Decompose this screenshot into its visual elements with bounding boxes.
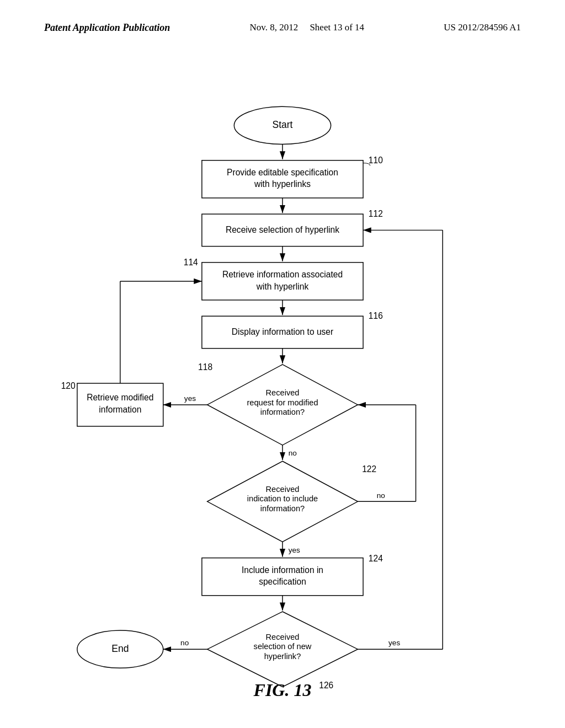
label-118: 118 [198, 362, 212, 372]
flowchart-container: Start Provide editable specification wit… [0, 72, 565, 695]
svg-text:request for modified: request for modified [247, 398, 318, 407]
node-124-text: Include information in [242, 565, 323, 575]
svg-text:Received: Received [266, 485, 300, 494]
node-116-text: Display information to user [232, 327, 333, 336]
label-yes-118: yes [184, 394, 196, 403]
svg-text:Received: Received [266, 388, 300, 397]
svg-text:specification: specification [259, 577, 306, 586]
node-112-text: Receive selection of hyperlink [226, 225, 339, 234]
label-114: 114 [184, 258, 198, 267]
node-120-text: Retrieve modified [87, 393, 153, 402]
label-yes-126: yes [388, 639, 400, 647]
label-116: 116 [369, 311, 383, 320]
publication-date: Nov. 8, 2012 [249, 22, 298, 33]
label-yes-122: yes [289, 546, 300, 554]
sheet-info: Sheet 13 of 14 [310, 22, 364, 33]
publication-title: Patent Application Publication [44, 22, 170, 34]
end-label: End [111, 643, 129, 654]
svg-text:selection of new: selection of new [254, 642, 312, 651]
figure-label: FIG. 13 [254, 680, 312, 700]
label-112: 112 [369, 209, 383, 218]
label-120: 120 [61, 381, 76, 390]
label-no-126: no [180, 639, 189, 647]
svg-text:information: information [99, 405, 141, 414]
publication-number: US 2012/284596 A1 [444, 22, 521, 33]
label-122: 122 [362, 464, 376, 474]
svg-text:information?: information? [260, 408, 305, 416]
svg-text:information?: information? [260, 504, 305, 513]
node-110-text: Provide editable specification [227, 168, 338, 177]
header-date-sheet: Nov. 8, 2012 Sheet 13 of 14 [249, 22, 364, 33]
svg-text:indication to include: indication to include [247, 494, 318, 503]
svg-text:Received: Received [266, 633, 300, 641]
page-header: Patent Application Publication Nov. 8, 2… [0, 22, 565, 34]
svg-text:with hyperlinks: with hyperlinks [254, 179, 311, 189]
svg-text:hyperlink?: hyperlink? [264, 652, 301, 661]
label-126: 126 [319, 681, 333, 690]
svg-text:with hyperlink: with hyperlink [256, 282, 309, 291]
node-114-text: Retrieve information associated [222, 270, 343, 279]
label-no-118: no [289, 449, 297, 457]
start-label: Start [273, 119, 293, 130]
label-124: 124 [369, 554, 383, 563]
label-no-122: no [377, 491, 385, 500]
label-110: 110 [369, 156, 383, 165]
flowchart-svg: Start Provide editable specification wit… [0, 72, 565, 695]
